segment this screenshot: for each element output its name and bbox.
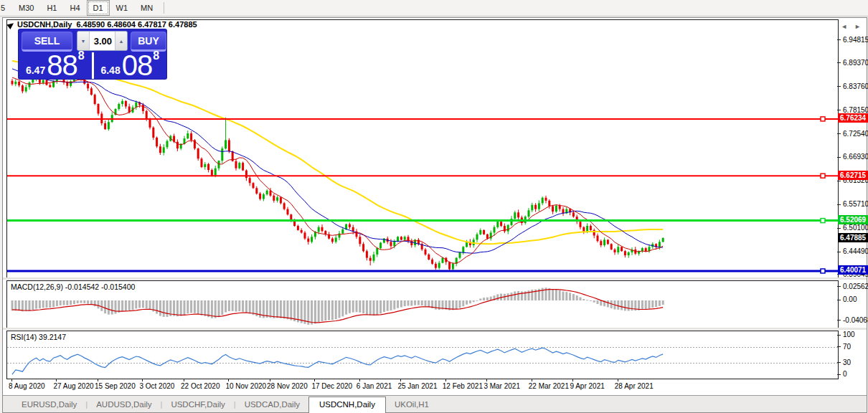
date-axis-label: 10 Nov 2020 — [225, 382, 266, 390]
macd-plot[interactable]: MACD(12,26,9) -0.014542 -0.015400 — [6, 280, 839, 329]
toolbar-separator — [164, 2, 164, 14]
price-axis-label: 6.72540 — [843, 130, 868, 138]
macd-label: MACD(12,26,9) -0.014542 -0.015400 — [11, 283, 135, 291]
macd-axis-tick — [837, 286, 841, 287]
date-axis-tick — [98, 379, 98, 381]
rsi-plot[interactable]: RSI(14) 39.2147 — [6, 331, 839, 379]
date-axis-label: 9 Apr 2021 — [570, 382, 604, 390]
price-axis-tick — [837, 252, 841, 252]
timeframe-button-h1[interactable]: H1 — [40, 0, 63, 16]
price-axis-tick — [837, 110, 841, 110]
trade-panel-controls: SELL ▼ 3.00 ▲ BUY — [19, 29, 166, 51]
price-axis-tick — [837, 62, 841, 63]
price-axis-label: 6.78150 — [843, 106, 868, 114]
price-axis-label: 6.50100 — [843, 224, 868, 232]
date-axis-label: 22 Oct 2020 — [181, 382, 220, 390]
volume-spinner: ▼ 3.00 ▲ — [77, 31, 128, 51]
chart-tab-usdcad[interactable]: USDCAD,Daily — [236, 397, 308, 412]
date-axis-label: 25 Jan 2021 — [397, 382, 437, 390]
chart-tab-bar: EURUSD,Daily|AUDUSD,Daily|USDCHF,Daily|U… — [3, 395, 867, 412]
price-axis-tick — [837, 157, 841, 158]
date-axis-tick — [532, 379, 532, 381]
price-axis-label: 6.94815 — [843, 36, 868, 44]
rsi-label: RSI(14) 39.2147 — [11, 333, 66, 341]
date-axis-tick — [184, 379, 184, 381]
price-axis-tick — [837, 39, 841, 40]
trade-panel-prices: 6.47888 6.48088 — [19, 52, 166, 79]
macd-axis-label: 0.025623 — [843, 283, 868, 290]
chart-title: USDCNH,Daily6.48590 6.48604 6.47817 6.47… — [17, 20, 197, 29]
tab-scroll-left[interactable]: ◄ — [841, 22, 847, 31]
rsi-axis-tick — [837, 335, 841, 336]
volume-increase-button[interactable]: ▲ — [115, 32, 127, 50]
price-level-badge: 6.47885 — [838, 233, 868, 242]
volume-value[interactable]: 3.00 — [90, 32, 115, 50]
date-axis-tick — [11, 379, 12, 381]
rsi-axis-tick — [837, 346, 841, 347]
chart-tab-ukoil[interactable]: UKOil,H1 — [386, 397, 438, 412]
date-axis-tick — [400, 379, 401, 381]
chart-ohlc-values: 6.48590 6.48604 6.47817 6.47885 — [76, 20, 197, 29]
chart-tab-usdchf[interactable]: USDCHF,Daily — [162, 397, 233, 412]
price-axis-label: 6.55710 — [843, 200, 868, 208]
price-axis-tick — [837, 204, 841, 205]
rsi-axis-label: 100 — [843, 331, 855, 338]
tab-scroll-right[interactable]: ► — [854, 22, 861, 31]
macd-axis-label: -0.040687 — [843, 316, 868, 324]
buy-button[interactable]: BUY — [131, 32, 166, 52]
price-axis-label: 6.83760 — [843, 82, 868, 90]
date-axis-tick — [359, 379, 360, 381]
timeframe-button-d1[interactable]: D1 — [87, 0, 110, 16]
price-axis-label: 6.44490 — [843, 247, 868, 255]
date-axis-label: 22 Mar 2021 — [529, 382, 569, 390]
price-level-badge: 6.52069 — [838, 215, 868, 224]
date-axis-label: 12 Feb 2021 — [443, 382, 483, 390]
date-axis-label: 15 Sep 2020 — [95, 382, 136, 390]
sell-price[interactable]: 6.47888 — [19, 52, 92, 79]
buy-price-sup: 8 — [153, 51, 159, 61]
rsi-axis-label: 30 — [843, 359, 851, 366]
date-axis-tick — [270, 379, 270, 381]
volume-decrease-button[interactable]: ▼ — [77, 32, 90, 50]
timeframe-button-5[interactable]: 5 — [0, 0, 12, 16]
date-axis-label: 17 Dec 2020 — [311, 382, 352, 390]
date-axis-label: 3 Oct 2020 — [139, 382, 174, 390]
timeframe-button-w1[interactable]: W1 — [110, 0, 135, 16]
buy-price-big: 08 — [122, 53, 153, 77]
date-axis-tick — [314, 379, 315, 381]
sell-price-small: 6.47 — [26, 63, 45, 77]
price-axis-tick — [837, 86, 841, 87]
date-axis[interactable]: 8 Aug 202027 Aug 202015 Sep 20203 Oct 20… — [3, 379, 867, 393]
timeframe-button-h4[interactable]: H4 — [63, 0, 86, 16]
date-axis-label: 28 Nov 2020 — [267, 382, 308, 390]
macd-axis-tick — [837, 300, 841, 300]
date-axis-tick — [228, 379, 229, 381]
price-axis-label: 6.89370 — [843, 59, 868, 67]
chart-tab-usdcnh[interactable]: USDCNH,Daily — [308, 397, 386, 413]
timeframe-toolbar: 5M30H1H4D1W1MN — [0, 0, 868, 16]
price-level-badge: 6.40071 — [838, 265, 868, 275]
trading-app: 5M30H1H4D1W1MN MACD(12,26,9) -0.014542 -… — [0, 0, 868, 413]
date-axis-tick — [486, 379, 487, 381]
timeframe-button-m30[interactable]: M30 — [12, 0, 40, 16]
timeframe-button-mn[interactable]: MN — [134, 0, 159, 16]
date-axis-label: 28 Apr 2021 — [615, 382, 654, 390]
chart-tab-audusd[interactable]: AUDUSD,Daily — [88, 397, 160, 412]
macd-axis-label: 0.00 — [843, 295, 857, 303]
date-axis-label: 27 Aug 2020 — [53, 382, 93, 390]
date-axis-tick — [618, 379, 618, 381]
date-axis-label: 3 Mar 2021 — [483, 382, 520, 390]
macd-axis-tick — [837, 320, 841, 321]
rsi-axis-tick — [837, 374, 841, 375]
chart-tab-eurusd[interactable]: EURUSD,Daily — [13, 397, 85, 412]
price-axis-tick — [837, 133, 841, 134]
buy-price[interactable]: 6.48088 — [94, 52, 167, 79]
date-axis-label: 8 Aug 2020 — [9, 382, 45, 390]
sell-button[interactable]: SELL — [22, 32, 72, 52]
panel-splitter[interactable] — [3, 277, 867, 280]
date-axis-tick — [572, 379, 573, 381]
price-axis-label: 6.66930 — [843, 153, 868, 161]
chart-symbol-period: USDCNH,Daily — [17, 20, 72, 29]
rsi-canvas — [7, 331, 838, 379]
panel-splitter[interactable] — [3, 328, 867, 330]
